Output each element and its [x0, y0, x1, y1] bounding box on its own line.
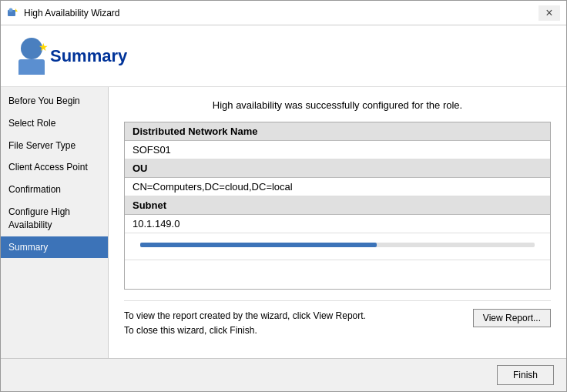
content-area: Before You Begin Select Role File Server… — [1, 87, 566, 358]
table-row: Subnet 10.1.149.0 — [125, 196, 550, 260]
close-button[interactable]: × — [538, 5, 560, 21]
sidebar-item-before-you-begin[interactable]: Before You Begin — [1, 90, 108, 112]
window: High Availability Wizard × ★ Summary Bef… — [0, 0, 567, 392]
svg-point-1 — [9, 8, 13, 12]
spacer-area — [125, 260, 550, 290]
view-report-button[interactable]: View Report... — [473, 309, 551, 327]
sidebar: Before You Begin Select Role File Server… — [1, 87, 109, 358]
info-table: Distributed Network Name SOFS01 OU CN=Co… — [124, 122, 551, 290]
header-section: ★ Summary — [1, 25, 566, 87]
sidebar-item-file-server-type[interactable]: File Server Type — [1, 135, 108, 157]
row-value-0: SOFS01 — [125, 141, 550, 159]
finish-button[interactable]: Finish — [497, 365, 554, 385]
table-row: Distributed Network Name SOFS01 — [125, 122, 550, 159]
sidebar-item-select-role[interactable]: Select Role — [1, 112, 108, 135]
sidebar-item-client-access-point[interactable]: Client Access Point — [1, 156, 108, 179]
report-section: To view the report created by the wizard… — [124, 300, 551, 346]
title-bar-text: High Availability Wizard — [24, 8, 538, 18]
window-icon — [7, 7, 19, 19]
row-header-0: Distributed Network Name — [125, 122, 550, 141]
sidebar-item-configure-high-availability[interactable]: Configure High Availability — [1, 201, 108, 236]
footer: Finish — [1, 358, 566, 391]
table-row: OU CN=Computers,DC=cloud,DC=local — [125, 159, 550, 196]
progress-bar-container — [140, 243, 535, 247]
wizard-icon: ★ — [13, 38, 50, 75]
row-header-1: OU — [125, 159, 550, 178]
sidebar-item-summary[interactable]: Summary — [1, 236, 108, 259]
success-message: High availability was successfully confi… — [124, 99, 551, 111]
sidebar-item-confirmation[interactable]: Confirmation — [1, 179, 108, 201]
row-value-1: CN=Computers,DC=cloud,DC=local — [125, 178, 550, 196]
row-header-2: Subnet — [125, 196, 550, 215]
main-content: High availability was successfully confi… — [109, 87, 566, 358]
report-text: To view the report created by the wizard… — [124, 309, 366, 338]
svg-marker-2 — [15, 8, 18, 12]
title-bar: High Availability Wizard × — [1, 1, 566, 25]
page-title: Summary — [50, 46, 127, 66]
progress-bar-fill — [140, 243, 377, 247]
row-value-2: 10.1.149.0 — [125, 215, 550, 233]
